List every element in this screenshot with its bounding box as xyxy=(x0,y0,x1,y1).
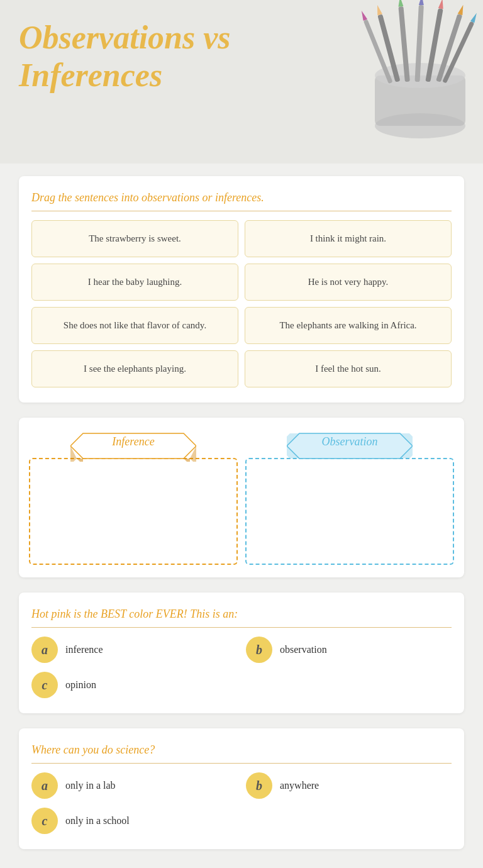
q2-text-c: only in a school xyxy=(65,815,130,826)
q1-text-c: opinion xyxy=(65,679,96,691)
q2-badge-a: a xyxy=(31,772,58,799)
inference-drop-zone[interactable] xyxy=(29,458,238,565)
q1-badge-c: c xyxy=(31,672,58,698)
question2-title: Where can you do science? xyxy=(31,743,452,764)
observation-zone-wrapper: Observation xyxy=(245,430,454,565)
q2-badge-b: b xyxy=(246,772,272,799)
svg-marker-8 xyxy=(419,0,425,5)
sentence-card-6[interactable]: I see the elephants playing. xyxy=(31,350,238,387)
svg-marker-4 xyxy=(375,4,382,16)
q1-text-b: observation xyxy=(280,644,327,655)
q2-option-a[interactable]: a only in a lab xyxy=(31,772,237,799)
svg-marker-14 xyxy=(360,10,367,21)
sentence-card-4[interactable]: She does not like that flavor of candy. xyxy=(31,307,238,344)
question2-section: Where can you do science? a only in a la… xyxy=(19,728,464,849)
page-title: Observations vs Inferences xyxy=(19,19,321,94)
drag-instruction: Drag the sentences into observations or … xyxy=(31,191,452,211)
q1-option-a[interactable]: a inference xyxy=(31,637,237,663)
pencil-cup-illustration xyxy=(351,0,483,164)
q1-badge-a: a xyxy=(31,637,58,663)
main-content: Drag the sentences into observations or … xyxy=(0,164,483,868)
drop-zones-container: Inference Observation xyxy=(29,430,454,565)
sentence-card-1[interactable]: I think it might rain. xyxy=(245,220,452,257)
svg-marker-12 xyxy=(458,4,466,16)
q2-option-c[interactable]: c only in a school xyxy=(31,808,237,834)
svg-marker-18 xyxy=(77,459,83,462)
inference-label: Inference xyxy=(70,435,196,448)
svg-marker-6 xyxy=(397,0,403,7)
svg-marker-10 xyxy=(438,0,445,9)
q2-badge-c: c xyxy=(31,808,58,834)
q1-option-b[interactable]: b observation xyxy=(246,637,452,663)
sentence-card-0[interactable]: The strawberry is sweet. xyxy=(31,220,238,257)
sentence-card-3[interactable]: He is not very happy. xyxy=(245,264,452,301)
q1-option-c[interactable]: c opinion xyxy=(31,672,237,698)
question2-options: a only in a lab b anywhere c only in a s… xyxy=(31,772,452,834)
sentences-grid: The strawberry is sweet. I think it migh… xyxy=(31,220,452,387)
q2-text-a: only in a lab xyxy=(65,780,116,791)
drop-zone-card: Inference Observation xyxy=(19,418,464,577)
observation-drop-zone[interactable] xyxy=(245,458,454,565)
question1-options: a inference b observation c opinion xyxy=(31,637,452,698)
inference-zone-wrapper: Inference xyxy=(29,430,238,565)
drag-section-card: Drag the sentences into observations or … xyxy=(19,176,464,403)
question1-title: Hot pink is the BEST color EVER! This is… xyxy=(31,608,452,628)
header: Observations vs Inferences xyxy=(0,0,483,164)
question1-section: Hot pink is the BEST color EVER! This is… xyxy=(19,593,464,713)
svg-marker-16 xyxy=(470,12,479,23)
q1-text-a: inference xyxy=(65,644,103,655)
observation-label: Observation xyxy=(287,435,413,448)
q2-option-b[interactable]: b anywhere xyxy=(246,772,452,799)
sentence-card-2[interactable]: I hear the baby laughing. xyxy=(31,264,238,301)
sentence-card-5[interactable]: The elephants are walking in Africa. xyxy=(245,307,452,344)
q2-text-b: anywhere xyxy=(280,780,319,791)
svg-marker-20 xyxy=(184,459,190,462)
sentence-card-7[interactable]: I feel the hot sun. xyxy=(245,350,452,387)
q1-badge-b: b xyxy=(246,637,272,663)
